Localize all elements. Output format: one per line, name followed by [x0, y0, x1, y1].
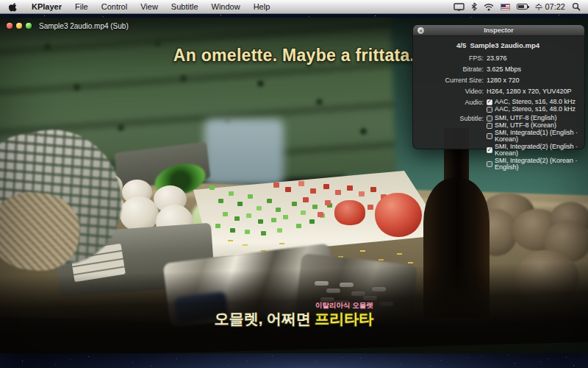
checkbox[interactable] [487, 147, 492, 153]
subtitle-track-label[interactable]: SMI, Integrated(1) (English · Korean) [495, 130, 578, 143]
audio-track-label[interactable]: AAC, Stereo, s16, 48.0 kHz [495, 106, 576, 113]
menu-kplayer[interactable]: KPlayer [25, 0, 68, 14]
menu-view[interactable]: View [134, 0, 165, 14]
battery-icon[interactable] [517, 4, 528, 10]
chopped-green-peppers [209, 185, 215, 190]
inspector-row-bitrate: Bitrate: 3.625 Mbps [417, 66, 578, 73]
inspector-row-video: Video: H264, 1280 x 720, YUV420P [417, 88, 578, 95]
wifi-icon[interactable] [484, 3, 494, 11]
bitrate-label: Bitrate: [417, 66, 484, 73]
inspector-close-icon[interactable] [417, 27, 424, 34]
window-title: Sample3 2audio.mp4 (Sub) [39, 22, 129, 30]
subtitle-korean: 오믈렛, 어쩌면 프리타타이탈리아식 오믈렛 [0, 311, 588, 327]
cabinet-knobs [74, 84, 80, 91]
close-window-button[interactable] [7, 23, 12, 29]
menu-bar-clock[interactable]: 수 07:22 [534, 1, 565, 13]
audio-track-2[interactable]: AAC, Stereo, s16, 48.0 kHz [487, 106, 578, 113]
zoom-window-button[interactable] [26, 23, 32, 29]
subtitle-track-label[interactable]: SMI, Integrated(2) (Korean · English) [495, 158, 578, 171]
spotlight-icon[interactable] [572, 2, 581, 11]
cheese-shreds [228, 240, 233, 241]
menu-subtitle[interactable]: Subtitle [165, 0, 205, 14]
subtitle-track-5[interactable]: SMI, Integrated(2) (Korean · English) [487, 158, 578, 171]
checkbox[interactable] [487, 107, 492, 113]
display-icon[interactable] [453, 3, 465, 11]
current-size-value: 1280 x 720 [487, 77, 578, 84]
checkbox[interactable] [487, 99, 492, 105]
input-language-flag-icon[interactable] [501, 4, 510, 10]
subtitle-track-label[interactable]: SMI, UTF-8 (English) [495, 115, 557, 121]
subtitle-label: Subtitle: [417, 115, 484, 171]
subtitle-track-1[interactable]: SMI, UTF-8 (English) [487, 115, 578, 121]
bitrate-value: 3.625 Mbps [487, 66, 578, 73]
inspector-title: Inspector [484, 26, 514, 34]
foreground-shadow [0, 261, 588, 353]
inspector-subtitle-group: Subtitle: SMI, UTF-8 (English) SMI, UTF-… [417, 115, 578, 171]
tomato [375, 193, 422, 237]
chopped-tomatoes [273, 183, 279, 188]
background-appliance [204, 119, 284, 185]
inspector-file-title: 4/5 Sample3 2audio.mp4 [417, 41, 578, 49]
checkbox[interactable] [487, 116, 492, 121]
checkbox[interactable] [487, 161, 492, 167]
video-value: H264, 1280 x 720, YUV420P [487, 88, 578, 95]
menu-control[interactable]: Control [95, 0, 134, 14]
bluetooth-icon[interactable] [471, 2, 477, 11]
inspector-audio-group: Audio: AAC, Stereo, s16, 48.0 kHz AAC, S… [417, 99, 578, 113]
menu-bar-status: 수 07:22 [453, 1, 588, 13]
fps-value: 23.976 [487, 54, 578, 62]
minimize-window-button[interactable] [16, 23, 22, 29]
inspector-body: 4/5 Sample3 2audio.mp4 FPS: 23.976 Bitra… [413, 36, 584, 171]
inspector-panel: Inspector 4/5 Sample3 2audio.mp4 FPS: 23… [412, 24, 585, 149]
audio-track-1[interactable]: AAC, Stereo, s16, 48.0 kHz [487, 99, 578, 105]
tomato-chunk [334, 200, 365, 225]
video-label: Video: [417, 88, 484, 95]
menu-window[interactable]: Window [205, 0, 247, 14]
subtitle-track-label[interactable]: SMI, UTF-8 (Korean) [495, 122, 556, 129]
menu-bar: KPlayer File Control View Subtitle Windo… [0, 0, 588, 14]
subtitle-track-label[interactable]: SMI, Integrated(2) (English · Korean) [495, 144, 578, 157]
apple-menu-icon[interactable] [9, 2, 18, 12]
audio-label: Audio: [417, 99, 484, 113]
current-size-label: Current Size: [417, 77, 484, 84]
audio-track-label[interactable]: AAC, Stereo, s16, 48.0 kHz [495, 99, 576, 105]
checkbox[interactable] [487, 133, 492, 139]
inspector-row-fps: FPS: 23.976 [417, 54, 578, 62]
inspector-row-current-size: Current Size: 1280 x 720 [417, 77, 578, 84]
subtitle-track-2[interactable]: SMI, UTF-8 (Korean) [487, 122, 578, 129]
checkbox[interactable] [487, 123, 492, 129]
subtitle-korean-ruby: 이탈리아식 오믈렛 [315, 302, 373, 309]
subtitle-korean-highlight: 프리타타이탈리아식 오믈렛 [315, 311, 373, 327]
menu-help[interactable]: Help [247, 0, 277, 14]
fps-label: FPS: [417, 54, 484, 62]
menu-file[interactable]: File [68, 0, 95, 14]
subtitle-track-3[interactable]: SMI, Integrated(1) (English · Korean) [487, 130, 578, 143]
subtitle-track-4[interactable]: SMI, Integrated(2) (English · Korean) [487, 144, 578, 157]
inspector-header[interactable]: Inspector [413, 25, 584, 36]
subtitle-korean-main: 오믈렛, 어쩌면 [215, 311, 315, 327]
